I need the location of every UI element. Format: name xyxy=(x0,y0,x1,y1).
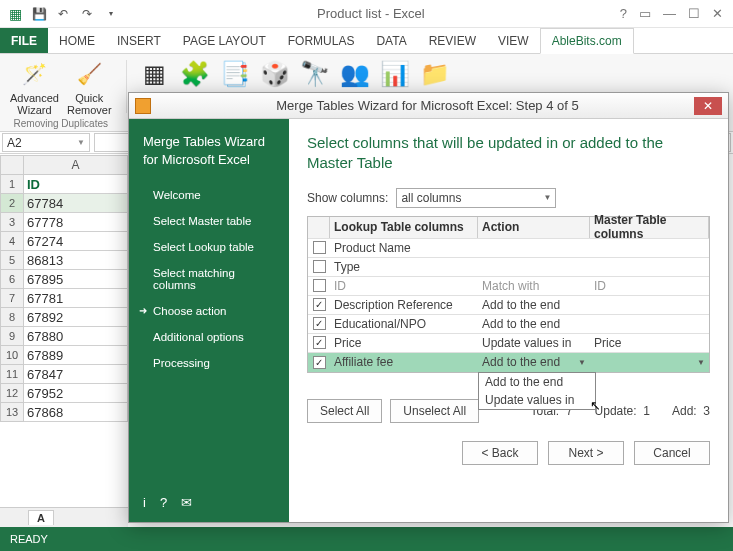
cell[interactable]: 67847 xyxy=(24,365,128,384)
row-checkbox[interactable] xyxy=(313,241,326,254)
action-cell[interactable]: Add to the end xyxy=(478,296,590,314)
help-icon[interactable]: ? xyxy=(620,6,627,21)
row-header[interactable]: 3 xyxy=(0,213,24,232)
merge-icon: 🧩 xyxy=(179,58,211,90)
tab-page-layout[interactable]: PAGE LAYOUT xyxy=(172,28,277,53)
table-row[interactable]: Type xyxy=(308,258,709,277)
step-choose-action[interactable]: Choose action xyxy=(129,298,289,324)
row-header[interactable]: 13 xyxy=(0,403,24,422)
cancel-button[interactable]: Cancel xyxy=(634,441,710,465)
find-icon: 🔭 xyxy=(299,58,331,90)
status-bar: READY xyxy=(0,527,733,551)
row-header[interactable]: 7 xyxy=(0,289,24,308)
row-checkbox[interactable] xyxy=(313,298,326,311)
undo-icon[interactable]: ↶ xyxy=(52,3,74,25)
cell[interactable]: 67952 xyxy=(24,384,128,403)
cell[interactable]: ID xyxy=(24,175,128,194)
select-all-button[interactable]: Select All xyxy=(307,399,382,423)
name-box[interactable]: A2 ▼ xyxy=(2,133,90,152)
wizard-close-button[interactable]: ✕ xyxy=(694,97,722,115)
ribbon-options-icon[interactable]: ▭ xyxy=(639,6,651,21)
step-welcome[interactable]: Welcome xyxy=(129,182,289,208)
row-header[interactable]: 11 xyxy=(0,365,24,384)
step-select-master-table[interactable]: Select Master table xyxy=(129,208,289,234)
th-lookup: Lookup Table columns xyxy=(330,217,478,238)
row-checkbox[interactable] xyxy=(313,317,326,330)
cell[interactable]: 67781 xyxy=(24,289,128,308)
column-header-a[interactable]: A xyxy=(24,155,128,175)
chevron-down-icon[interactable]: ▼ xyxy=(697,358,705,367)
row-checkbox[interactable] xyxy=(313,260,326,273)
wizard-icon: 🪄 xyxy=(18,58,50,90)
row-checkbox[interactable] xyxy=(313,356,326,369)
help-icon[interactable]: ? xyxy=(160,495,167,510)
minimize-icon[interactable]: — xyxy=(663,6,676,21)
close-icon[interactable]: ✕ xyxy=(712,6,723,21)
lookup-col-name: Type xyxy=(330,258,478,276)
row-header[interactable]: 12 xyxy=(0,384,24,403)
step-select-lookup-table[interactable]: Select Lookup table xyxy=(129,234,289,260)
lookup-col-name: Educational/NPO xyxy=(330,315,478,333)
tab-home[interactable]: HOME xyxy=(48,28,106,53)
chevron-down-icon[interactable]: ▼ xyxy=(578,358,586,367)
tab-view[interactable]: VIEW xyxy=(487,28,540,53)
save-icon[interactable]: 💾 xyxy=(28,3,50,25)
action-cell[interactable]: Add to the end▼Add to the endUpdate valu… xyxy=(478,353,590,372)
tab-ablebits[interactable]: AbleBits.com xyxy=(540,28,634,54)
row-header[interactable]: 1 xyxy=(0,175,24,194)
row-header[interactable]: 8 xyxy=(0,308,24,327)
tab-review[interactable]: REVIEW xyxy=(418,28,487,53)
row-header[interactable]: 4 xyxy=(0,232,24,251)
quick-remover-button[interactable]: 🧹 Quick Remover xyxy=(63,56,116,118)
select-all-corner[interactable] xyxy=(0,155,24,175)
qat-dropdown-icon[interactable]: ▾ xyxy=(100,3,122,25)
action-cell[interactable]: Add to the end xyxy=(478,315,590,333)
tab-data[interactable]: DATA xyxy=(365,28,417,53)
table-row[interactable]: Educational/NPOAdd to the end xyxy=(308,315,709,334)
dropdown-item-update[interactable]: Update values in↖ xyxy=(479,391,595,409)
sheet-tab-a[interactable]: A xyxy=(28,510,54,525)
redo-icon[interactable]: ↷ xyxy=(76,3,98,25)
row-header[interactable]: 10 xyxy=(0,346,24,365)
show-columns-combo[interactable]: all columns ▼ xyxy=(396,188,556,208)
back-button[interactable]: < Back xyxy=(462,441,538,465)
wizard-main-panel: Select columns that will be updated in o… xyxy=(289,119,728,522)
table-row[interactable]: Product Name xyxy=(308,239,709,258)
action-cell[interactable]: Update values in xyxy=(478,334,590,352)
row-header[interactable]: 9 xyxy=(0,327,24,346)
cell[interactable]: 67274 xyxy=(24,232,128,251)
cell[interactable]: 67868 xyxy=(24,403,128,422)
table-row[interactable]: Affiliate feeAdd to the end▼Add to the e… xyxy=(308,353,709,372)
action-cell[interactable] xyxy=(478,258,590,276)
cell[interactable]: 67889 xyxy=(24,346,128,365)
row-header[interactable]: 5 xyxy=(0,251,24,270)
step-select-matching-columns[interactable]: Select matching columns xyxy=(129,260,289,298)
master-col-name xyxy=(590,258,709,276)
table-row[interactable]: IDMatch withID xyxy=(308,277,709,296)
unselect-all-button[interactable]: Unselect All xyxy=(390,399,479,423)
step-additional-options[interactable]: Additional options xyxy=(129,324,289,350)
next-button[interactable]: Next > xyxy=(548,441,624,465)
cell[interactable]: 67895 xyxy=(24,270,128,289)
cell[interactable]: 67784 xyxy=(24,194,128,213)
maximize-icon[interactable]: ☐ xyxy=(688,6,700,21)
action-cell[interactable] xyxy=(478,239,590,257)
info-icon[interactable]: i xyxy=(143,495,146,510)
step-processing[interactable]: Processing xyxy=(129,350,289,376)
row-header[interactable]: 6 xyxy=(0,270,24,289)
mail-icon[interactable]: ✉ xyxy=(181,495,192,510)
cell[interactable]: 67778 xyxy=(24,213,128,232)
excel-icon[interactable]: ▦ xyxy=(4,3,26,25)
cell[interactable]: 67892 xyxy=(24,308,128,327)
row-checkbox[interactable] xyxy=(313,336,326,349)
advanced-wizard-button[interactable]: 🪄 Advanced Wizard xyxy=(6,56,63,118)
tab-formulas[interactable]: FORMULAS xyxy=(277,28,366,53)
table-row[interactable]: PriceUpdate values inPrice xyxy=(308,334,709,353)
cell[interactable]: 67880 xyxy=(24,327,128,346)
table-row[interactable]: Description ReferenceAdd to the end xyxy=(308,296,709,315)
tab-file[interactable]: FILE xyxy=(0,28,48,53)
cell[interactable]: 86813 xyxy=(24,251,128,270)
dropdown-item-add[interactable]: Add to the end xyxy=(479,373,595,391)
row-header[interactable]: 2 xyxy=(0,194,24,213)
tab-insert[interactable]: INSERT xyxy=(106,28,172,53)
